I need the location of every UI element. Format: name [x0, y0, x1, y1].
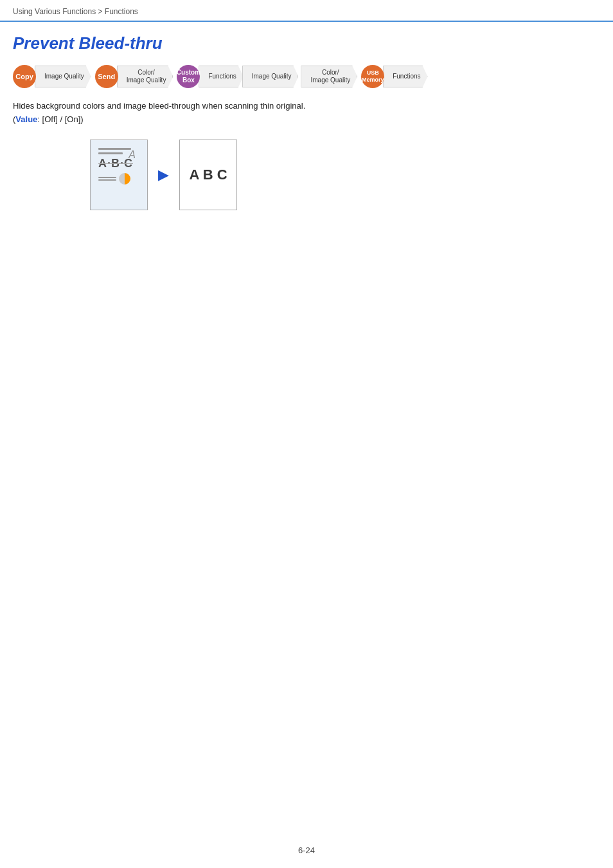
diagram-arrow-icon: ▶: [158, 167, 169, 183]
nav-badge-copy: Copy: [13, 65, 36, 88]
nav-group-color-iq: Color/Image Quality: [302, 66, 357, 87]
nav-step-functions-1: Functions: [199, 66, 243, 87]
diagram-small-line-1: [98, 177, 116, 178]
nav-group-custom-box: CustomBox Functions Image Quality: [177, 65, 298, 88]
page-number: 6-24: [298, 845, 315, 855]
page-title: Prevent Bleed-thru: [13, 33, 600, 53]
diagram-before-card: A A·B·C: [90, 140, 148, 210]
diagram-line-1: [98, 148, 131, 150]
description-main: Hides background colors and image bleed-…: [13, 101, 305, 111]
nav-group-copy: Copy Image Quality: [13, 65, 91, 88]
nav-step-functions-2: Functions: [383, 66, 427, 87]
diagram-small-line-2: [98, 179, 116, 181]
page-content: Prevent Bleed-thru Copy Image Quality Se…: [0, 22, 613, 223]
nav-badge-send: Send: [95, 65, 118, 88]
diagram-after-text: A B C: [189, 167, 227, 183]
top-bar: Using Various Functions > Functions: [0, 0, 613, 22]
nav-step-color-image-quality-2: Color/Image Quality: [301, 66, 357, 87]
nav-badge-custom-box: CustomBox: [177, 65, 200, 88]
diagram: A A·B·C ▶ A B C: [90, 140, 600, 210]
breadcrumb: Using Various Functions > Functions: [13, 7, 138, 16]
nav-group-usb: USBMemory Functions: [361, 65, 427, 88]
nav-step-image-quality-2: Image Quality: [242, 66, 299, 87]
diagram-after-card: A B C: [179, 140, 237, 210]
diagram-a-letter: A: [129, 149, 136, 161]
diagram-abc-text: A·B·C: [98, 157, 133, 170]
diagram-pie-chart: [119, 173, 130, 185]
nav-step-color-image-quality-1: Color/Image Quality: [117, 66, 173, 87]
diagram-small-lines: [98, 177, 116, 181]
nav-badge-usb: USBMemory: [361, 65, 384, 88]
nav-trail: Copy Image Quality Send Color/Image Qual…: [13, 65, 600, 88]
nav-group-send: Send Color/Image Quality: [95, 65, 173, 88]
value-options: : [Off] / [On]: [37, 114, 80, 124]
diagram-line-2: [98, 152, 123, 154]
description-block: Hides background colors and image bleed-…: [13, 100, 600, 127]
diagram-before-inner: A A·B·C: [96, 145, 142, 204]
diagram-before-bottom: [98, 173, 130, 185]
nav-step-image-quality-1: Image Quality: [35, 66, 91, 87]
value-label: Value: [15, 114, 37, 124]
